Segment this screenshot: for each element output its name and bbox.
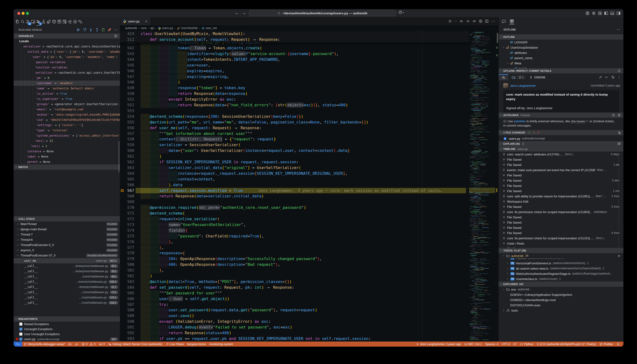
code-line-548[interactable]: 548················) [120,80,469,85]
code-line-554[interactable]: 554····@extend_schema(responses={200:·Se… [120,114,469,120]
variable-row[interactable]: 'pk' = 6 [14,75,120,80]
command-center[interactable]: ~/dev/authentik/authentik/core/api/users… [249,10,396,16]
variable-row[interactable]: parent = None [14,159,120,164]
copy-value-icon[interactable] [114,34,118,38]
breakpoint-checkbox[interactable]: ✓ [19,338,22,341]
variable-row[interactable]: 'settings' = {'locale': ''} [14,122,120,128]
status-cursor-position[interactable]: Ln 567, Col 1 [463,342,484,346]
traffic-light-close[interactable] [18,12,20,15]
code-line-558[interactable]: 558········context: dict[str, Request]·=… [120,136,469,142]
step-into-icon[interactable] [89,28,93,32]
code-line-584[interactable]: 584····def·set_password(self,·request:·R… [120,284,469,290]
breadcrumb-users-py[interactable]: users.py [158,26,173,30]
code-line-559[interactable]: 559········serializer·=·SessionUserSeria… [120,142,469,148]
toggle-secondary-sidebar-icon[interactable] [616,11,620,15]
code-line-589[interactable]: 589············user.save() [120,313,469,319]
status-problems[interactable]: 00 [80,342,97,346]
run-python-file-icon[interactable] [448,19,452,23]
breadcrumb-user-me[interactable]: user_me [202,26,217,30]
explorer-go-section-header[interactable]: EXPLORER: GO [498,282,624,287]
code-line-581[interactable]: 581········}, [120,268,469,273]
gitlens-inspect-activity-icon[interactable] [62,18,67,25]
code-line-424[interactable]: 424class·UserViewSet(UsedByMixin,·ModelV… [120,31,469,37]
source-control-activity-icon[interactable]: 12 [25,18,30,25]
more-actions-icon[interactable] [114,28,118,32]
status-beryjuio-home[interactable]: beryjuio-home [186,342,208,346]
todos-section-header[interactable]: TODOS: FLAT (39) [498,248,624,253]
search-activity-icon[interactable] [20,18,25,25]
code-line-566[interactable]: 566············).data [120,182,469,188]
call-stack-thread-row[interactable]: asyncio_0PAUSED [14,248,120,253]
breakpoint-checkbox[interactable] [19,322,22,326]
call-stack-thread-row[interactable]: MainThreadPAUSED [14,222,120,227]
status-interpreter[interactable]: 3.12.8 ('authentik-xEAhpGPh-py3.12': Poe… [535,342,598,346]
variable-row[interactable]: initial_data = {'user': {'pk': 6, 'usern… [14,49,120,54]
settings-gear-icon[interactable] [592,11,596,15]
traffic-light-zoom[interactable] [26,12,29,15]
code-line-586[interactable]: 586········user: User·=·self.get_object(… [120,296,469,302]
status-blame[interactable]: Jens Langhammer, 3 years ago [414,342,463,346]
todos-file-row[interactable]: TSak-search-select-view.ts(web/src/eleme… [498,266,624,271]
status-ports[interactable]: 0 [97,342,106,346]
run-tools-activity-icon[interactable] [72,18,78,25]
breakpoint-checkbox[interactable]: ✓ [19,328,22,331]
copilot-menu[interactable]: ▾ [398,10,404,14]
remote-explorer-activity-icon[interactable] [30,18,36,25]
call-stack-frame-row[interactable]: __call__…/core/middleware.py48:1 [14,274,120,279]
call-stack-frame-row[interactable]: __call__…/root/middleware.py318:1 [14,300,120,305]
code-line-592[interactable]: 592············return·Response(status=40… [120,330,469,336]
github-activity-icon[interactable] [52,18,57,25]
breadcrumb-userviewset[interactable]: UserViewSet [177,26,198,30]
variable-row[interactable]: 'name' = 'authentik Default Admin' [14,86,120,91]
history-forward-button[interactable]: → [241,10,247,16]
nav-back-icon[interactable] [460,19,464,23]
customize-layout-icon[interactable] [598,11,602,15]
variable-row[interactable]: function variables [14,65,120,70]
breakpoint-row[interactable]: User Uncaught Exceptions [14,332,120,336]
code-line-580[interactable]: 580············400:·OpenApiResponse(desc… [120,262,469,268]
code-line-553[interactable]: 553 [120,108,469,114]
status-language[interactable]: Python [518,342,535,346]
explorer-go-row[interactable]: GOTOOLCHAIN=auto [498,302,624,308]
live-share-activity-icon[interactable] [67,18,72,25]
code-line-570[interactable]: 570····@permission_required(obj_perm="au… [120,205,469,210]
explorer-activity-icon[interactable] [15,18,20,25]
variable-row[interactable]: 'groups' = <generator object UserSelfSer… [14,102,120,107]
code-line-544[interactable]: 544····················intent=TokenInten… [120,57,469,62]
code-line-557[interactable]: 557········"""Get·information·about·curr… [120,131,469,136]
variable-row[interactable]: 'uid' = '49d24724dfa590a20fb5961e9c6673c… [14,117,120,122]
explorer-go-row[interactable]: GOMOD=~/dev/authentik/go.mod [498,297,624,302]
status-notifications[interactable] [615,342,622,346]
explorer-go-row[interactable]: envauthentik [498,287,624,292]
code-line-556[interactable]: 556····def·user_me(self,·request:·Reques… [120,125,469,131]
call-stack-thread-row[interactable]: ThreadPoolExecutor-37_0PAUSED ON BREAKPO… [14,253,120,258]
code-line-587[interactable]: 587········try: [120,302,469,308]
variable-row[interactable]: 'system_permissions' = ['access_admin_in… [14,133,120,138]
todos-file-row[interactable]: TSWebAuthnAuthenticatorRegisterStage.ts(… [498,271,624,276]
call-stack-frame-row[interactable]: __call__…/enterprise/middleware.py39:1 [14,269,120,274]
code-line-588[interactable]: 588············user.set_password(request… [120,307,469,313]
variable-row[interactable]: len() = 1 [14,144,120,149]
call-stack-frame-row[interactable]: __call__…/events/middleware.py156:1 [14,279,120,284]
status-encoding[interactable]: UTF-8 [500,342,512,346]
more-actions-icon[interactable] [491,19,495,23]
variable-row[interactable]: 'is_active' = True [14,91,120,96]
code-line-571[interactable]: 571····@extend_schema( [120,210,469,216]
code-line-579[interactable]: 579············204:·OpenApiResponse(desc… [120,256,469,262]
tab-users-py[interactable]: users.py [120,17,150,25]
containers-activity-icon[interactable] [78,18,83,25]
code-line-545[interactable]: 545····················user=user, [120,62,469,68]
status-debug-session[interactable]: Debug: Attach Server Core (authentik) [106,342,164,346]
split-editor-icon[interactable] [485,19,489,23]
status-eol[interactable]: LF [512,342,518,346]
code-line-512[interactable]: 512····def·service_account(self,·request… [120,37,469,42]
breakpoint-row[interactable]: ✓Uncaught Exceptions [14,326,120,332]
code-line-591[interactable]: 591············LOGGER.debug(event="Faile… [120,324,469,330]
call-stack-thread-row[interactable]: Thread-7PAUSED [14,232,120,237]
call-stack-frame-row[interactable]: __call__…/root/middleware.py275:1 [14,295,120,300]
step-out-icon[interactable] [95,28,99,32]
code-line-572[interactable]: 572········request=inline_serializer( [120,216,469,222]
status-indentation[interactable]: Spaces: 4 [484,342,500,346]
variable-row[interactable]: 'user' = {'pk': 6, 'username': 'akadmin'… [14,54,120,60]
todos-file-row[interactable]: TSHorizontalFormElement.ts(web/src/eleme… [498,260,624,266]
